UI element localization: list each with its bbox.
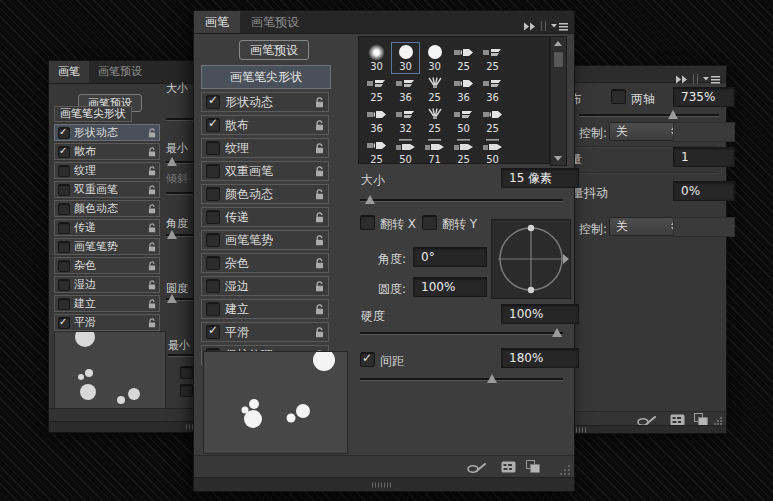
brush-option-row-6[interactable]: 画笔笔势 xyxy=(201,230,329,250)
hardness-slider[interactable] xyxy=(360,332,563,334)
slider-thumb[interactable] xyxy=(668,110,678,119)
brush-option-row-7[interactable]: 杂色 xyxy=(54,257,160,274)
brush-option-row-0[interactable]: 形状动态 xyxy=(54,124,160,141)
brush-option-row-3[interactable]: 双重画笔 xyxy=(54,181,160,198)
brush-option-row-4[interactable]: 颜色动态 xyxy=(54,200,160,217)
option-checkbox[interactable] xyxy=(206,187,220,201)
new-brush-icon[interactable] xyxy=(526,460,540,473)
brush-option-row-5[interactable]: 传递 xyxy=(54,219,160,236)
option-checkbox[interactable] xyxy=(206,118,220,132)
spacing-slider[interactable] xyxy=(360,378,563,380)
scroll-down-icon[interactable] xyxy=(554,156,562,161)
brush-option-row-9[interactable]: 建立 xyxy=(201,299,329,319)
slider-thumb[interactable] xyxy=(167,230,177,239)
brush-tile[interactable]: 50 xyxy=(392,136,419,164)
brush-option-row-2[interactable]: 纹理 xyxy=(201,138,329,158)
option-checkbox[interactable] xyxy=(206,302,220,316)
option-checkbox[interactable] xyxy=(58,165,70,177)
brush-tile[interactable]: 25 xyxy=(450,136,477,164)
brush-tile[interactable]: 30 xyxy=(392,43,419,73)
slider-thumb[interactable] xyxy=(167,157,177,166)
brush-tile[interactable]: 36 xyxy=(450,74,477,104)
both-axes-checkbox[interactable] xyxy=(611,89,626,104)
brush-option-row-10[interactable]: 平滑 xyxy=(54,314,160,331)
scatter-value-input[interactable]: 735% xyxy=(673,87,735,107)
brush-tile[interactable]: 50 xyxy=(479,136,506,164)
tab-brush-presets[interactable]: 画笔预设 xyxy=(240,11,310,33)
spacing-checkbox[interactable] xyxy=(360,352,375,367)
brush-tip-shape-item-selected[interactable]: 画笔笔尖形状 xyxy=(201,65,331,89)
slider-thumb[interactable] xyxy=(365,195,375,204)
brush-option-row-1[interactable]: 散布 xyxy=(201,115,329,135)
tab-brush[interactable]: 画笔 xyxy=(194,11,240,33)
option-checkbox[interactable] xyxy=(206,325,220,339)
brush-option-row-0[interactable]: 形状动态 xyxy=(201,92,329,112)
option-checkbox[interactable] xyxy=(58,203,70,215)
slider-thumb[interactable] xyxy=(167,294,177,303)
brush-tile[interactable]: 50 xyxy=(450,105,477,135)
option-checkbox[interactable] xyxy=(206,210,220,224)
tab-brush[interactable]: 画笔 xyxy=(49,61,89,83)
brush-tile[interactable]: 30 xyxy=(363,43,390,73)
brush-option-row-8[interactable]: 湿边 xyxy=(54,276,160,293)
option-checkbox[interactable] xyxy=(206,279,220,293)
control2-dropdown[interactable]: 关 xyxy=(609,217,683,236)
brush-tile[interactable]: 25 xyxy=(363,74,390,104)
preset-manager-icon[interactable] xyxy=(501,461,516,473)
brush-tile[interactable]: 25 xyxy=(421,105,448,135)
brush-tile[interactable]: 36 xyxy=(392,74,419,104)
option-checkbox[interactable] xyxy=(206,233,220,247)
angle-input[interactable]: 0° xyxy=(413,247,487,267)
brush-option-row-3[interactable]: 双重画笔 xyxy=(201,161,329,181)
brush-option-row-4[interactable]: 颜色动态 xyxy=(201,184,329,204)
brush-tile[interactable]: 25 xyxy=(479,105,506,135)
option-checkbox[interactable] xyxy=(58,298,70,310)
brush-presets-button[interactable]: 画笔预设 xyxy=(239,40,309,60)
brush-option-row-8[interactable]: 湿边 xyxy=(201,276,329,296)
brush-option-row-9[interactable]: 建立 xyxy=(54,295,160,312)
flip-x-checkbox[interactable] xyxy=(360,215,375,230)
brush-option-row-6[interactable]: 画笔笔势 xyxy=(54,238,160,255)
panel-resize-handle[interactable] xyxy=(194,477,574,491)
roundness-input[interactable]: 100% xyxy=(413,277,487,297)
brush-option-row-10[interactable]: 平滑 xyxy=(201,322,329,342)
option-checkbox[interactable] xyxy=(58,127,70,139)
brush-tile[interactable]: 32 xyxy=(392,105,419,135)
control-dropdown[interactable]: 关 xyxy=(609,122,683,141)
size-input[interactable]: 15 像素 xyxy=(501,168,579,188)
option-checkbox[interactable] xyxy=(58,241,70,253)
brush-tile[interactable]: 71 xyxy=(421,136,448,164)
hardness-input[interactable]: 100% xyxy=(501,304,579,324)
spacing-input[interactable]: 180% xyxy=(501,348,579,368)
brush-option-row-7[interactable]: 杂色 xyxy=(201,253,329,273)
panel-menu-icon[interactable] xyxy=(703,69,720,88)
brush-option-row-2[interactable]: 纹理 xyxy=(54,162,160,179)
brush-option-row-1[interactable]: 散布 xyxy=(54,143,160,160)
option-checkbox[interactable] xyxy=(206,256,220,270)
option-checkbox[interactable] xyxy=(58,317,70,329)
scatter-slider[interactable] xyxy=(579,114,719,116)
bristle-preview-icon[interactable] xyxy=(466,461,486,474)
brush-tile[interactable]: 30 xyxy=(421,43,448,73)
setting-checkbox[interactable] xyxy=(180,384,193,397)
resize-grip-icon[interactable] xyxy=(559,464,571,476)
brush-tile[interactable]: 36 xyxy=(363,105,390,135)
option-checkbox[interactable] xyxy=(206,141,220,155)
brush-tile[interactable]: 36 xyxy=(479,74,506,104)
count-input[interactable]: 1 xyxy=(673,147,735,167)
option-checkbox[interactable] xyxy=(58,222,70,234)
collapse-panel-icon[interactable] xyxy=(675,69,688,88)
brush-tile[interactable]: 25 xyxy=(421,74,448,104)
count-jitter-input[interactable]: 0% xyxy=(673,181,735,201)
setting-checkbox[interactable] xyxy=(180,366,193,379)
collapse-panel-icon[interactable] xyxy=(523,16,536,35)
option-checkbox[interactable] xyxy=(58,146,70,158)
brush-tip-shape-item[interactable]: 画笔笔尖形状 xyxy=(54,106,132,122)
option-checkbox[interactable] xyxy=(206,95,220,109)
scrollbar-thumb[interactable] xyxy=(553,51,564,68)
size-slider[interactable] xyxy=(360,199,563,201)
brush-tile[interactable]: 25 xyxy=(450,43,477,73)
flip-y-checkbox[interactable] xyxy=(422,215,437,230)
option-checkbox[interactable] xyxy=(206,164,220,178)
brush-option-row-5[interactable]: 传递 xyxy=(201,207,329,227)
